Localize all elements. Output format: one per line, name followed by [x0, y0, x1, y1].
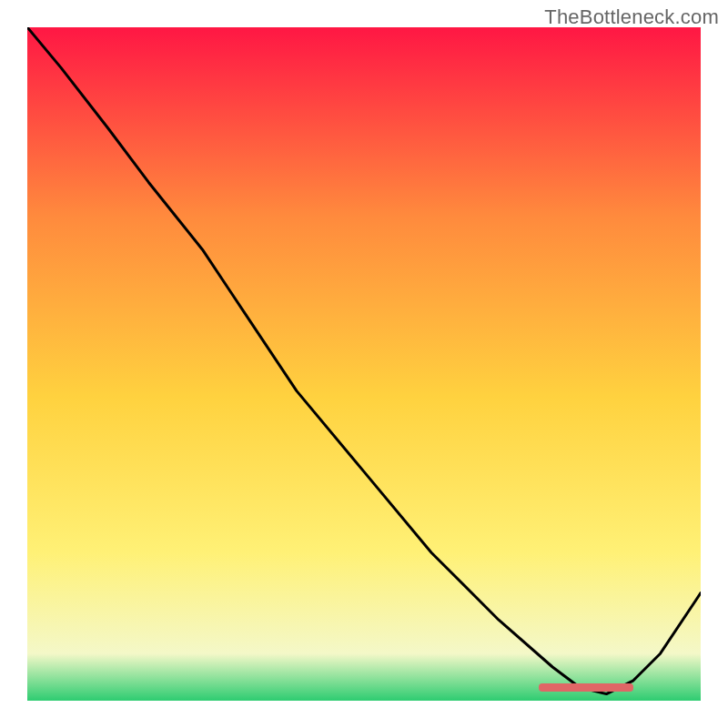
chart-stage: TheBottleneck.com	[0, 0, 728, 728]
highlight-marker	[539, 683, 633, 692]
plot-area	[27, 27, 701, 701]
chart-svg	[27, 27, 701, 701]
gradient-background	[27, 27, 701, 701]
watermark-text: TheBottleneck.com	[544, 5, 719, 29]
